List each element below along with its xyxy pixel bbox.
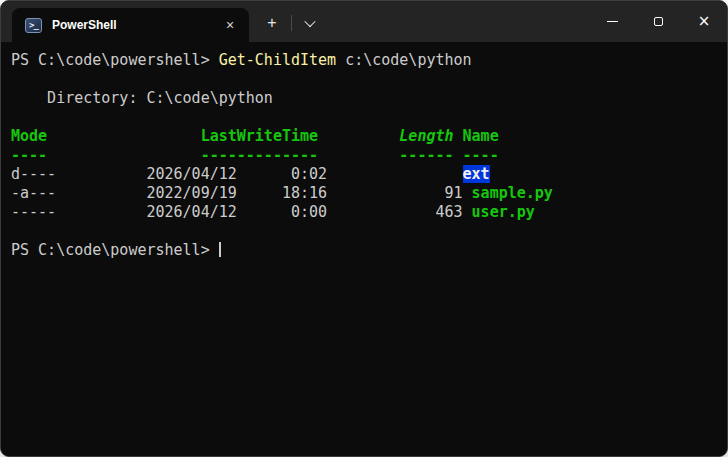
terminal-line: ---- ------------- ------ ----: [11, 146, 717, 165]
prompt: PS C:\code\powershell>: [11, 241, 219, 259]
command-argument: c:\code\python: [336, 51, 471, 69]
window-controls: ×: [589, 1, 727, 42]
row-attributes: -a--- 2022/09/19 18:16 91: [11, 184, 472, 202]
chevron-down-icon: [304, 16, 315, 27]
tab-dropdown-button[interactable]: [294, 9, 326, 37]
terminal-line: ----- 2026/04/12 0:00 463 user.py: [11, 203, 717, 222]
terminal-window: >_ PowerShell × + × PS C:\code\powershel…: [0, 0, 728, 457]
terminal-line: [11, 222, 717, 241]
close-tab-icon[interactable]: ×: [221, 16, 239, 34]
titlebar[interactable]: >_ PowerShell × + ×: [1, 1, 727, 42]
powershell-icon: >_: [25, 18, 42, 33]
minimize-icon: [607, 21, 618, 22]
terminal-line: [11, 70, 717, 89]
terminal-line: PS C:\code\powershell>: [11, 241, 717, 260]
directory-name: ext: [463, 165, 490, 183]
directory-line: Directory: C:\code\python: [11, 89, 273, 107]
terminal-line: PS C:\code\powershell> Get-ChildItem c:\…: [11, 51, 717, 70]
file-name: user.py: [472, 203, 535, 221]
terminal-output[interactable]: PS C:\code\powershell> Get-ChildItem c:\…: [1, 42, 727, 456]
terminal-line: d---- 2026/04/12 0:02 ext: [11, 165, 717, 184]
row-attributes: d---- 2026/04/12 0:02: [11, 165, 463, 183]
minimize-button[interactable]: [589, 1, 635, 42]
new-tab-button[interactable]: +: [255, 9, 289, 37]
terminal-line: Directory: C:\code\python: [11, 89, 717, 108]
row-attributes: ----- 2026/04/12 0:00 463: [11, 203, 472, 221]
table-header-underline: ---- ------------- ------ ----: [11, 146, 499, 164]
table-header-length: Length: [399, 127, 453, 145]
table-header: Mode LastWriteTime: [11, 127, 399, 145]
maximize-button[interactable]: [635, 1, 681, 42]
tab-powershell[interactable]: >_ PowerShell ×: [12, 8, 249, 42]
command: Get-ChildItem: [219, 51, 336, 69]
maximize-icon: [654, 17, 663, 26]
tab-title: PowerShell: [52, 18, 221, 32]
terminal-cursor: [219, 242, 221, 257]
terminal-line: -a--- 2022/09/19 18:16 91 sample.py: [11, 184, 717, 203]
terminal-line: [11, 108, 717, 127]
close-button[interactable]: ×: [681, 1, 727, 42]
table-header-name: Name: [454, 127, 499, 145]
tabbar-separator: [291, 15, 292, 31]
file-name: sample.py: [472, 184, 553, 202]
terminal-line: Mode LastWriteTime Length Name: [11, 127, 717, 146]
prompt: PS C:\code\powershell>: [11, 51, 219, 69]
